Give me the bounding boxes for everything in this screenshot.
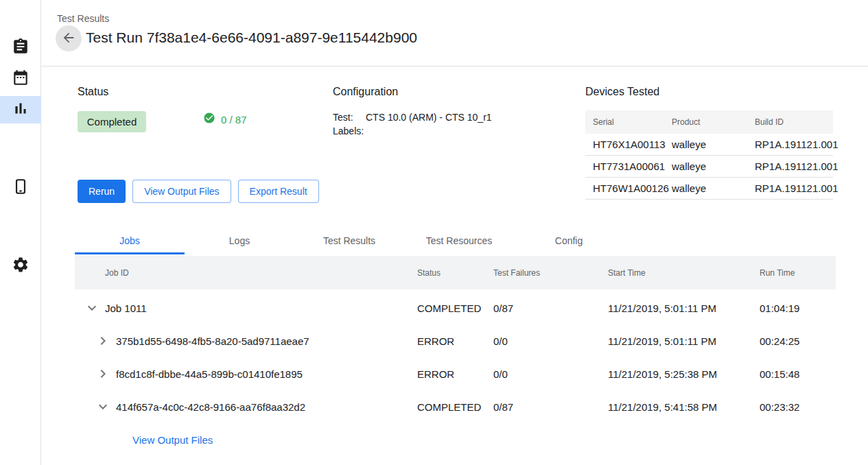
tab-config[interactable]: Config <box>514 226 624 254</box>
device-build: RP1A.191121.001 <box>755 182 833 194</box>
device-serial: HT76W1A00126 <box>585 182 672 194</box>
config-labels-label: Labels: <box>333 124 366 138</box>
arrow-left-icon <box>61 30 76 47</box>
device-row: HT7731A00061 walleye RP1A.191121.001 <box>585 156 833 178</box>
export-result-button[interactable]: Export Result <box>238 180 319 203</box>
sidebar-item-schedule[interactable] <box>0 65 41 93</box>
tab-jobs[interactable]: Jobs <box>75 226 185 254</box>
config-row-test: Test: CTS 10.0 (ARM) - CTS 10_r1 <box>333 110 566 124</box>
rerun-button[interactable]: Rerun <box>78 180 126 203</box>
job-status: COMPLETED <box>417 302 493 314</box>
config-test-value: CTS 10.0 (ARM) - CTS 10_r1 <box>366 110 492 124</box>
sidebar <box>0 0 41 465</box>
job-test-failures: 0/0 <box>493 335 608 347</box>
status-section: Status Completed 0 / 87 <box>78 85 325 132</box>
status-result: 0 / 87 <box>203 112 247 127</box>
calendar-icon <box>12 69 30 89</box>
devices-tested-heading: Devices Tested <box>585 85 833 98</box>
device-product: walleye <box>672 160 755 172</box>
sidebar-item-test-results[interactable] <box>0 96 41 123</box>
smartphone-icon <box>12 178 30 198</box>
job-id: 414f657a-4c0c-42c8-9166-aa76f8aa32d2 <box>116 401 305 413</box>
device-build: RP1A.191121.001 <box>755 160 833 172</box>
jobs-table: Job ID Status Test Failures Start Time R… <box>75 256 836 456</box>
jobs-table-header: Job ID Status Test Failures Start Time R… <box>75 256 836 289</box>
device-row: HT76W1A00126 walleye RP1A.191121.001 <box>585 178 833 200</box>
tab-test-resources[interactable]: Test Resources <box>404 226 514 254</box>
chevron-right-icon[interactable] <box>95 333 111 349</box>
job-id: f8cd1c8f-dbbe-44a5-899b-c01410fe1895 <box>116 368 303 380</box>
jobs-col-run-time: Run Time <box>760 268 836 278</box>
devices-col-build: Build ID <box>755 117 833 127</box>
page-header: Test Results Test Run 7f38a1e4-6e66-4091… <box>41 0 868 67</box>
job-row[interactable]: 414f657a-4c0c-42c8-9166-aa76f8aa32d2 COM… <box>75 390 836 423</box>
job-expanded-content: View Output Files <box>75 423 836 456</box>
device-build: RP1A.191121.001 <box>755 139 833 150</box>
jobs-col-test-failures: Test Failures <box>493 268 608 278</box>
back-button[interactable] <box>56 25 82 51</box>
breadcrumb: Test Results <box>57 13 109 24</box>
action-buttons: Rerun View Output Files Export Result <box>78 180 319 203</box>
tab-bar: Jobs Logs Test Results Test Resources Co… <box>75 226 624 254</box>
config-row-labels: Labels: <box>333 124 566 138</box>
job-start-time: 11/21/2019, 5:41:58 PM <box>608 401 760 413</box>
job-start-time: 11/21/2019, 5:01:11 PM <box>608 335 760 347</box>
tab-logs[interactable]: Logs <box>185 226 294 254</box>
jobs-col-job-id: Job ID <box>75 268 417 278</box>
job-run-time: 01:04:19 <box>760 302 836 314</box>
sidebar-item-test-plans[interactable] <box>0 34 41 62</box>
status-count: 0 / 87 <box>221 114 247 126</box>
jobs-col-start-time: Start Time <box>608 268 760 278</box>
job-run-time: 00:15:48 <box>760 368 836 380</box>
config-test-label: Test: <box>333 110 366 124</box>
device-row: HT76X1A00113 walleye RP1A.191121.001 <box>585 134 833 156</box>
job-row[interactable]: f8cd1c8f-dbbe-44a5-899b-c01410fe1895 ERR… <box>75 357 836 390</box>
status-badge: Completed <box>78 111 146 132</box>
tab-test-results[interactable]: Test Results <box>294 226 404 254</box>
job-status: COMPLETED <box>417 401 493 413</box>
job-id: Job 1011 <box>105 302 147 314</box>
job-test-failures: 0/87 <box>493 302 608 314</box>
job-id: 375b1d55-6498-4fb5-8a20-5ad9711aeae7 <box>116 335 309 347</box>
chevron-right-icon[interactable] <box>95 366 111 382</box>
status-heading: Status <box>78 85 325 98</box>
app-root: Test Results Test Run 7f38a1e4-6e66-4091… <box>0 0 868 465</box>
device-serial: HT76X1A00113 <box>585 139 672 150</box>
device-serial: HT7731A00061 <box>585 160 672 172</box>
jobs-col-status: Status <box>417 268 493 278</box>
job-run-time: 00:23:32 <box>760 401 836 413</box>
clipboard-icon <box>12 38 30 58</box>
devices-tested-section: Devices Tested Serial Product Build ID H… <box>585 85 833 200</box>
job-start-time: 11/21/2019, 5:01:11 PM <box>608 302 760 314</box>
device-product: walleye <box>672 139 755 150</box>
sidebar-item-settings[interactable] <box>0 252 41 280</box>
devices-table-header: Serial Product Build ID <box>585 110 833 134</box>
check-circle-icon <box>203 112 215 127</box>
sidebar-item-devices[interactable] <box>0 174 41 202</box>
view-output-files-button[interactable]: View Output Files <box>132 180 231 203</box>
job-status: ERROR <box>417 335 493 347</box>
device-product: walleye <box>672 182 755 194</box>
devices-col-serial: Serial <box>585 117 672 127</box>
job-status: ERROR <box>417 368 493 380</box>
job-run-time: 00:24:25 <box>760 335 836 347</box>
job-row[interactable]: 375b1d55-6498-4fb5-8a20-5ad9711aeae7 ERR… <box>75 324 836 357</box>
gear-icon <box>12 256 30 276</box>
job-start-time: 11/21/2019, 5:25:38 PM <box>608 368 760 380</box>
job-test-failures: 0/87 <box>493 401 608 413</box>
bar-chart-icon <box>12 99 30 120</box>
job-row[interactable]: Job 1011 COMPLETED 0/87 11/21/2019, 5:01… <box>75 291 836 324</box>
job-test-failures: 0/0 <box>493 368 608 380</box>
page-title: Test Run 7f38a1e4-6e66-4091-a897-9e11544… <box>86 29 417 46</box>
chevron-down-icon[interactable] <box>95 398 111 415</box>
devices-col-product: Product <box>672 117 755 127</box>
configuration-heading: Configuration <box>333 85 566 98</box>
chevron-down-icon[interactable] <box>84 300 100 316</box>
configuration-section: Configuration Test: CTS 10.0 (ARM) - CTS… <box>333 85 566 138</box>
view-output-files-link[interactable]: View Output Files <box>132 434 213 446</box>
devices-table: Serial Product Build ID HT76X1A00113 wal… <box>585 110 833 200</box>
